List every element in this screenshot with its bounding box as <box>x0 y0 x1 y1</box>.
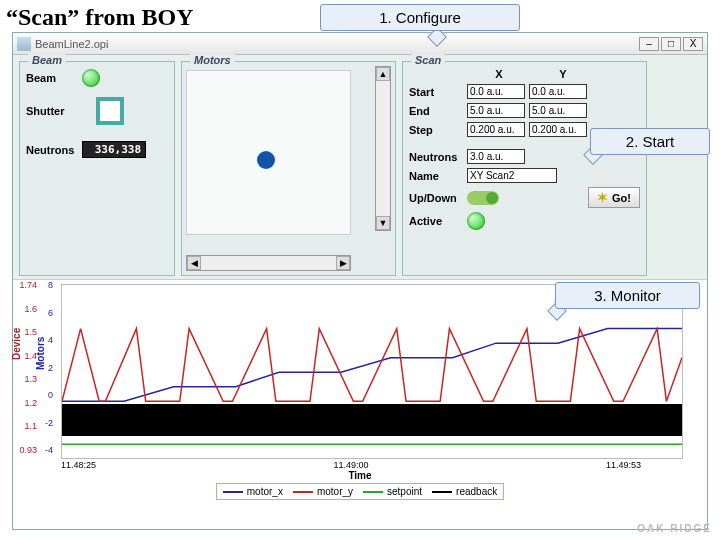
beam-legend: Beam <box>28 54 66 66</box>
callout-monitor: 3. Monitor <box>555 282 700 309</box>
beam-panel: Beam Beam Shutter Neutrons 336,338 <box>19 61 175 276</box>
scroll-up-button[interactable]: ▲ <box>376 67 390 81</box>
start-label: Start <box>409 86 467 98</box>
active-label: Active <box>409 215 467 227</box>
slide-title: “Scan” from BOY <box>6 4 194 31</box>
beam-label: Beam <box>26 72 82 84</box>
motors-vertical-scrollbar[interactable]: ▲ ▼ <box>375 66 391 231</box>
step-label: Step <box>409 124 467 136</box>
neutrons-value: 336,338 <box>82 141 146 158</box>
start-x-input[interactable] <box>467 84 525 99</box>
y2-axis-ticks: 86420-2-4 <box>39 280 53 455</box>
step-y-input[interactable] <box>529 122 587 137</box>
end-x-input[interactable] <box>467 103 525 118</box>
window-icon <box>17 37 31 51</box>
monitor-chart: Device Motors 1.741.61.51.41.31.21.10.93… <box>13 279 707 529</box>
motors-xy-pad[interactable] <box>186 70 351 235</box>
motor-position-dot-icon <box>257 151 275 169</box>
motors-panel: Motors ▲ ▼ ◀ ▶ <box>181 61 396 276</box>
end-label: End <box>409 105 467 117</box>
callout-start: 2. Start <box>590 128 710 155</box>
beam-led-icon <box>82 69 100 87</box>
updown-label: Up/Down <box>409 192 467 204</box>
chart-legend: motor_xmotor_ysetpointreadback <box>216 483 504 500</box>
neutrons-label: Neutrons <box>26 144 82 156</box>
oakridge-logo: OAK RIDGE <box>637 523 712 534</box>
scan-neutrons-input[interactable] <box>467 149 525 164</box>
updown-toggle[interactable] <box>467 191 499 205</box>
go-button-label: Go! <box>612 192 631 204</box>
minimize-button[interactable]: – <box>639 37 659 51</box>
shutter-label: Shutter <box>26 105 82 117</box>
name-label: Name <box>409 170 467 182</box>
window-title: BeamLine2.opi <box>35 38 639 50</box>
start-y-input[interactable] <box>529 84 587 99</box>
x-axis-label: Time <box>19 470 701 481</box>
scroll-right-button[interactable]: ▶ <box>336 256 350 270</box>
end-y-input[interactable] <box>529 103 587 118</box>
motors-legend: Motors <box>190 54 235 66</box>
chart-plot-area <box>61 284 683 459</box>
scan-legend: Scan <box>411 54 445 66</box>
scroll-down-button[interactable]: ▼ <box>376 216 390 230</box>
x-axis-ticks: 11.48:2511.49:0011.49:53 <box>19 460 641 470</box>
callout-configure: 1. Configure <box>320 4 520 31</box>
star-icon: ✶ <box>597 190 608 205</box>
app-window: BeamLine2.opi – □ X Beam Beam Shutter Ne… <box>12 32 708 530</box>
maximize-button[interactable]: □ <box>661 37 681 51</box>
window-titlebar: BeamLine2.opi – □ X <box>13 33 707 55</box>
step-x-input[interactable] <box>467 122 525 137</box>
scan-col-y: Y <box>531 68 595 80</box>
scroll-left-button[interactable]: ◀ <box>187 256 201 270</box>
y1-axis-ticks: 1.741.61.51.41.31.21.10.93 <box>19 280 37 455</box>
scan-panel: Scan X Y Start End Step Ne <box>402 61 647 276</box>
active-led-icon <box>467 212 485 230</box>
go-button[interactable]: ✶ Go! <box>588 187 640 208</box>
shutter-toggle[interactable] <box>96 97 124 125</box>
scan-neutrons-label: Neutrons <box>409 151 467 163</box>
scan-col-x: X <box>467 68 531 80</box>
close-button[interactable]: X <box>683 37 703 51</box>
scan-name-input[interactable] <box>467 168 557 183</box>
motors-horizontal-scrollbar[interactable]: ◀ ▶ <box>186 255 351 271</box>
